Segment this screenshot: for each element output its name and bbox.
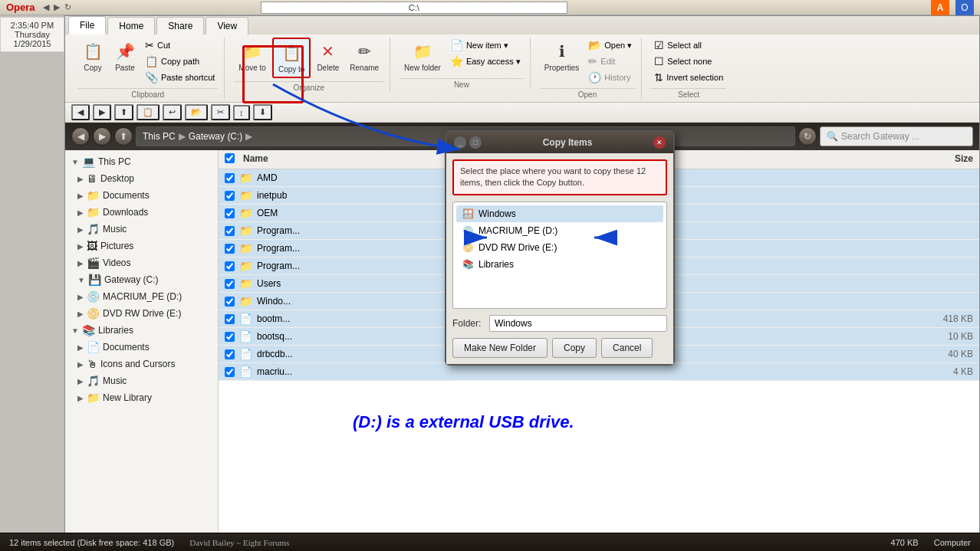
- folder-field-input[interactable]: [489, 315, 667, 332]
- windows-icon: 🪟: [462, 208, 474, 219]
- macrium-icon: 💿: [462, 225, 474, 236]
- dialog-tree-item-macrium[interactable]: 💿 MACRIUM_PE (D:): [456, 222, 663, 239]
- dialog-buttons: Make New Folder Copy Cancel: [452, 338, 667, 358]
- dialog-overlay: _ □ Copy Items ✕ Select the place where …: [0, 0, 980, 551]
- dvd-icon: 📀: [462, 242, 474, 253]
- dialog-tree-item-windows[interactable]: 🪟 Windows: [456, 205, 663, 222]
- annotation-text: (D:) is a external USB drive.: [353, 412, 574, 432]
- dialog-instruction: Select the place where you want to copy …: [452, 159, 667, 195]
- cancel-dialog-button[interactable]: Cancel: [601, 338, 653, 358]
- dialog-minimize-btn[interactable]: _: [454, 136, 466, 149]
- dialog-tree-item-libraries[interactable]: 📚 Libraries: [456, 256, 663, 273]
- dialog-controls: _ □: [454, 136, 482, 149]
- dialog-titlebar: _ □ Copy Items ✕: [446, 132, 673, 153]
- dialog-close-btn[interactable]: ✕: [653, 136, 666, 149]
- libraries-icon: 📚: [462, 259, 474, 270]
- dialog-body: Select the place where you want to copy …: [446, 153, 673, 364]
- folder-field-label: Folder:: [452, 318, 483, 329]
- dialog-maximize-btn[interactable]: □: [469, 136, 482, 149]
- dialog-tree-item-dvd[interactable]: 📀 DVD RW Drive (E:): [456, 239, 663, 256]
- copy-items-dialog: _ □ Copy Items ✕ Select the place where …: [445, 130, 675, 366]
- dialog-title: Copy Items: [543, 137, 593, 148]
- dialog-tree[interactable]: 🪟 Windows 💿 MACRIUM_PE (D:) 📀 DVD RW Dri…: [452, 202, 667, 309]
- copy-dialog-button[interactable]: Copy: [552, 338, 597, 358]
- make-new-folder-button[interactable]: Make New Folder: [452, 338, 548, 358]
- folder-field: Folder:: [452, 315, 667, 332]
